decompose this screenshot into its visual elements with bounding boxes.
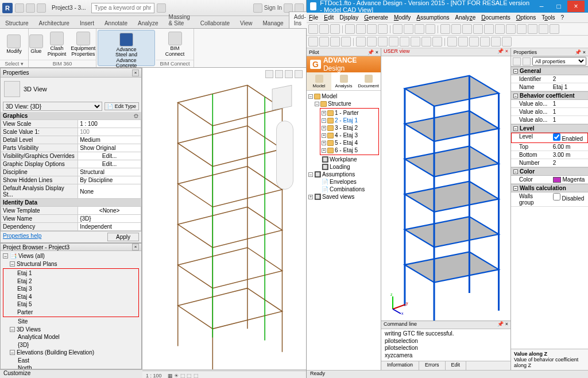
tb-icon[interactable] (330, 37, 340, 47)
revit-3d-view[interactable]: 1 : 100 ▦ ☀ ⬚ ⬚ ⬚ (142, 68, 306, 369)
cmd-tab-info[interactable]: Information (381, 361, 419, 370)
tab-collaborate[interactable]: Collaborate (195, 18, 235, 28)
tb-icon[interactable] (378, 24, 388, 34)
tab-massing[interactable]: Massing & Site (164, 11, 195, 28)
menu-display[interactable]: Display (339, 14, 358, 21)
tb-icon[interactable] (308, 37, 318, 47)
collapse-icon[interactable]: – (308, 94, 313, 99)
tb-icon[interactable] (480, 37, 490, 47)
tb-icon[interactable] (484, 24, 494, 34)
ad-3d-view[interactable]: zyx (381, 56, 510, 321)
view-pin-icon[interactable]: 📌 × (497, 48, 508, 56)
axis-gizmo[interactable]: zyx (387, 292, 410, 315)
menu-edit[interactable]: Edit (324, 14, 334, 21)
value-along-2[interactable]: 1 (551, 108, 588, 115)
level-etaj2[interactable]: 3 - Etaj 2 (335, 124, 358, 132)
plan-etaj4[interactable]: Etaj 4 (10, 293, 137, 301)
tab-analyze[interactable]: Analyze (133, 18, 164, 28)
tb-icon[interactable] (473, 24, 483, 34)
plan-etaj5[interactable]: Etaj 5 (10, 300, 137, 308)
tb-icon[interactable] (319, 24, 329, 34)
view-ctrl-icon[interactable] (285, 70, 293, 78)
cmd-pin-icon[interactable]: 📌 × (497, 321, 508, 329)
tb-icon[interactable] (404, 24, 413, 34)
expand-icon[interactable]: + (322, 126, 326, 130)
tb-icon[interactable] (458, 37, 468, 47)
tb-icon[interactable] (550, 24, 559, 34)
tab-structure[interactable]: Structure (0, 18, 34, 28)
collapse-icon[interactable]: – (3, 253, 8, 259)
number-value[interactable]: 2 (551, 159, 588, 167)
qat-open-icon[interactable] (15, 3, 24, 13)
group-general[interactable]: –General (511, 67, 588, 75)
cmd-output[interactable]: writing GTC file successful. pilotselect… (381, 329, 510, 361)
combinations-node[interactable]: Combinations (330, 186, 365, 193)
expand-icon[interactable]: + (322, 148, 326, 153)
identifier-value[interactable]: 2 (551, 75, 588, 83)
bottom-value[interactable]: 3.00 m (551, 151, 588, 159)
pilot-tab-document[interactable]: Document (356, 72, 381, 90)
expand-icon[interactable]: + (322, 118, 326, 123)
properties-help-link[interactable]: Properties help (3, 233, 41, 241)
tab-manage[interactable]: Manage (257, 18, 288, 28)
close-icon[interactable]: × (132, 244, 139, 250)
elev-north[interactable]: North (3, 364, 139, 369)
plan-site[interactable]: Site (3, 318, 139, 326)
glue-button[interactable]: Glue (28, 33, 45, 55)
tb-icon[interactable] (367, 37, 377, 47)
tb-icon[interactable] (491, 37, 501, 47)
tb-icon[interactable] (451, 24, 461, 34)
menu-help[interactable]: ? (561, 14, 564, 21)
tab-architecture[interactable]: Architecture (34, 18, 75, 28)
tb-icon[interactable] (393, 24, 403, 34)
workplane-node[interactable]: Workplane (330, 156, 357, 163)
scale-value-cell[interactable]: 100 (78, 128, 141, 136)
tb-icon[interactable] (432, 37, 442, 47)
tb-icon[interactable] (411, 37, 420, 47)
collapse-icon[interactable]: – (315, 102, 319, 106)
bimconnect-button[interactable]: BIM Connect (160, 30, 190, 58)
props-tb-icon[interactable] (513, 57, 521, 65)
view-ctrl-icon[interactable] (265, 70, 273, 78)
edit-type-button[interactable]: 📄 Edit Type (105, 102, 139, 110)
expand-icon[interactable]: + (322, 141, 326, 145)
assumptions-node[interactable]: Assumptions (322, 171, 355, 178)
collapse-icon[interactable]: – (10, 350, 15, 355)
top-value[interactable]: 6.00 m (551, 143, 588, 151)
qat-undo-icon[interactable] (37, 3, 46, 13)
analytical-model-node[interactable]: Analytical Model (3, 333, 139, 341)
menu-tools[interactable]: Tools (541, 14, 555, 21)
level-etaj1[interactable]: 2 - Etaj 1 (335, 117, 358, 124)
tb-icon[interactable] (425, 24, 435, 34)
cmd-tab-edit[interactable]: Edit (446, 361, 467, 370)
nav-wheel[interactable] (276, 121, 293, 190)
tb-icon[interactable] (341, 37, 351, 47)
signin-link[interactable]: Sign In (264, 5, 282, 11)
tb-icon[interactable] (367, 24, 377, 34)
3dviews-node[interactable]: 3D Views (17, 326, 41, 334)
view-scale-cell[interactable]: 1 : 100 (78, 120, 141, 128)
group-level[interactable]: –Level (511, 124, 588, 133)
tb-icon[interactable] (356, 24, 366, 34)
plan-etaj1[interactable]: Etaj 1 (10, 269, 137, 277)
tb-icon[interactable] (495, 24, 505, 34)
value-along-3[interactable]: 1 (551, 116, 588, 124)
collapse-icon[interactable]: – (10, 327, 15, 332)
plan-parter[interactable]: Parter (10, 308, 137, 317)
tb-icon[interactable] (345, 24, 355, 34)
maximize-button[interactable]: □ (550, 1, 567, 12)
menu-documents[interactable]: Documents (481, 14, 510, 21)
minimize-button[interactable]: – (533, 1, 550, 12)
pilot-tab-model[interactable]: Model (307, 72, 331, 90)
group-behavior[interactable]: –Behavior coefficient (511, 91, 588, 100)
modify-button[interactable]: Modify (5, 33, 24, 55)
level-etaj3[interactable]: 4 - Etaj 3 (335, 132, 358, 139)
expand-icon[interactable]: + (308, 195, 313, 199)
status-icons[interactable]: ▦ ☀ ⬚ ⬚ ⬚ (168, 373, 199, 379)
menu-options[interactable]: Options (516, 14, 536, 21)
walls-group-value[interactable]: Disabled (551, 192, 588, 206)
name-value[interactable]: Etaj 1 (551, 83, 588, 91)
tb-icon[interactable] (502, 37, 512, 47)
tb-icon[interactable] (517, 24, 527, 34)
group-expand-icon[interactable]: ⯐ (133, 113, 139, 119)
